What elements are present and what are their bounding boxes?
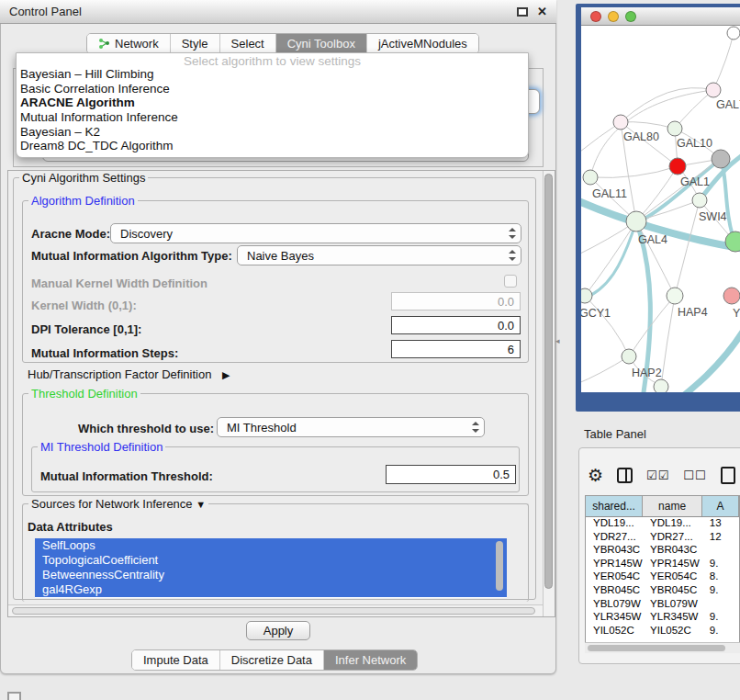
- mi-threshold-field[interactable]: 0.5: [386, 465, 516, 484]
- algorithm-option-bayesian-hill-climbing[interactable]: Bayesian – Hill Climbing: [17, 67, 528, 82]
- control-panel-titlebar: Control Panel ✕: [0, 0, 556, 24]
- node-gal10[interactable]: [667, 121, 682, 136]
- bottom-tab-impute-data[interactable]: Impute Data: [132, 650, 220, 670]
- apply-button-label: Apply: [263, 624, 294, 638]
- table-row[interactable]: YPR145WYPR145W9.: [586, 558, 739, 571]
- minimize-traffic-light-icon[interactable]: [608, 11, 619, 22]
- mi-threshold-label: Mutual Information Threshold:: [40, 469, 213, 483]
- network-edge[interactable]: [721, 159, 734, 242]
- network-edge[interactable]: [675, 200, 700, 296]
- node-gal7[interactable]: [706, 83, 721, 97]
- vertical-scrollbar-thumb[interactable]: [544, 174, 553, 589]
- unchecked-pair-icon[interactable]: ☐☐: [683, 469, 706, 482]
- close-traffic-light-icon[interactable]: [590, 11, 601, 22]
- node-salmon-partial[interactable]: [723, 288, 740, 304]
- node-gcy1[interactable]: [581, 288, 592, 303]
- network-edge[interactable]: [581, 356, 629, 384]
- attribute-item-selfloops[interactable]: SelfLoops: [35, 538, 507, 553]
- network-edge[interactable]: [590, 166, 678, 178]
- list-scrollbar-thumb[interactable]: [496, 541, 503, 591]
- mini-panel-icon[interactable]: [7, 692, 21, 700]
- algorithm-option-basic-correlation-inference[interactable]: Basic Correlation Inference: [17, 82, 528, 96]
- algorithm-option-bayesian-k2[interactable]: Bayesian – K2: [17, 125, 528, 140]
- which-threshold-combobox[interactable]: MI Threshold: [217, 417, 485, 437]
- table-row[interactable]: YDL19...YDL19...13: [586, 517, 739, 531]
- float-icon[interactable]: [517, 7, 528, 17]
- aracne-mode-label: Aracne Mode:: [31, 227, 110, 241]
- tab-label: Style: [182, 37, 208, 51]
- attribute-item-betweennesscentrality[interactable]: BetweennessCentrality: [35, 568, 507, 582]
- column-header-name[interactable]: name: [643, 496, 702, 516]
- table-cell: YBR045C: [586, 584, 643, 598]
- dpi-tolerance-field[interactable]: 0.0: [391, 316, 521, 334]
- attribute-item-topologicalcoefficient[interactable]: TopologicalCoefficient: [35, 553, 507, 568]
- table-hscrollbar-thumb[interactable]: [588, 645, 725, 651]
- table-cell: YBL079W: [586, 598, 643, 612]
- node-swi4[interactable]: [692, 193, 707, 208]
- column-header-a[interactable]: A: [702, 496, 739, 516]
- table-row[interactable]: YER054CYER054C8.: [586, 570, 739, 584]
- network-edge[interactable]: [621, 88, 713, 122]
- tab-style[interactable]: Style: [171, 34, 220, 53]
- algorithm-option-dream8-dc-tdc-algorithm[interactable]: Dream8 DC_TDC Algorithm: [17, 139, 528, 153]
- checked-pair-icon[interactable]: ☑☑: [646, 469, 669, 482]
- tab-cyni-toolbox[interactable]: Cyni Toolbox: [276, 34, 367, 53]
- hub-definition-expander[interactable]: Hub/Transcription Factor Definition ▶: [28, 367, 230, 381]
- node-hap2[interactable]: [622, 349, 636, 364]
- table-row[interactable]: YBL079WYBL079W: [586, 598, 739, 612]
- algorithm-definition-caption: Algorithm Definition: [28, 194, 138, 208]
- table-cell: YBR043C: [586, 544, 643, 558]
- node-top-partial[interactable]: [727, 27, 740, 40]
- kernel-width-field[interactable]: 0.0: [391, 292, 521, 310]
- node-gray[interactable]: [712, 150, 730, 168]
- attribute-item-gal4rgexp[interactable]: gal4RGexp: [35, 582, 507, 597]
- table-cell: YDR27...: [586, 531, 643, 545]
- manual-kernel-checkbox[interactable]: [504, 275, 517, 288]
- node-gal4[interactable]: [626, 211, 646, 231]
- apply-button[interactable]: Apply: [246, 621, 310, 640]
- node-hap4[interactable]: [667, 288, 683, 304]
- table-row[interactable]: YIL052CYIL052C9.: [586, 625, 739, 638]
- panel-divider-arrow-icon[interactable]: ◂: [555, 336, 560, 345]
- gear-icon[interactable]: ⚙: [588, 465, 603, 486]
- table-cell: [702, 544, 739, 558]
- network-edge[interactable]: [585, 296, 629, 356]
- mi-steps-field[interactable]: 6: [391, 340, 521, 358]
- tab-jactivemnodules[interactable]: jActiveMNodules: [367, 34, 478, 53]
- node-gal11[interactable]: [583, 170, 598, 185]
- algorithm-option-aracne-algorithm[interactable]: ARACNE Algorithm: [17, 96, 528, 110]
- aracne-mode-combobox[interactable]: Discovery: [110, 223, 521, 243]
- table-row[interactable]: YBR045CYBR045C9.: [586, 584, 739, 598]
- algorithm-option-mutual-information-inference[interactable]: Mutual Information Inference: [17, 110, 528, 125]
- network-edge[interactable]: [713, 33, 734, 90]
- node-gal80[interactable]: [613, 115, 628, 130]
- zoom-traffic-light-icon[interactable]: [625, 11, 636, 22]
- sources-caption-text: Sources for Network Inference: [31, 497, 193, 511]
- tab-select[interactable]: Select: [220, 34, 276, 53]
- column-header-shared[interactable]: shared...: [586, 496, 643, 516]
- table-row[interactable]: YLR345WYLR345W9.: [586, 611, 739, 625]
- bottom-tab-infer-network[interactable]: Infer Network: [324, 650, 417, 670]
- network-edge[interactable]: [585, 221, 636, 296]
- node-bottom-partial[interactable]: [654, 379, 668, 392]
- table-header-row: shared...nameA: [586, 496, 739, 517]
- tab-network[interactable]: Network: [87, 34, 171, 53]
- network-canvas[interactable]: GAL7GAL80GAL10GAL1GAL11SWI4GAL4GCY1HAP4Y…: [581, 26, 740, 392]
- mi-type-combobox[interactable]: Naive Bayes: [237, 245, 521, 265]
- node-gal1[interactable]: [669, 158, 686, 175]
- table-cell: YIL052C: [586, 625, 643, 638]
- columns-icon[interactable]: [617, 468, 633, 483]
- spinner-arrows-icon: [508, 228, 516, 239]
- close-icon[interactable]: ✕: [537, 5, 547, 18]
- data-attributes-list[interactable]: SelfLoopsTopologicalCoefficientBetweenne…: [35, 538, 507, 598]
- node-gal1-label: GAL1: [680, 175, 710, 188]
- expander-down-icon[interactable]: ▼: [196, 499, 206, 510]
- node-gcy1-label: GCY1: [581, 307, 611, 320]
- horizontal-scrollbar-thumb[interactable]: [12, 607, 535, 615]
- page-icon[interactable]: [721, 467, 735, 484]
- table-row[interactable]: YBR043CYBR043C: [586, 544, 739, 558]
- bottom-tab-discretize-data[interactable]: Discretize Data: [220, 650, 324, 670]
- table-row[interactable]: YDR27...YDR27...12: [586, 531, 739, 545]
- network-edge[interactable]: [621, 122, 675, 129]
- kernel-width-value: 0.0: [498, 295, 514, 309]
